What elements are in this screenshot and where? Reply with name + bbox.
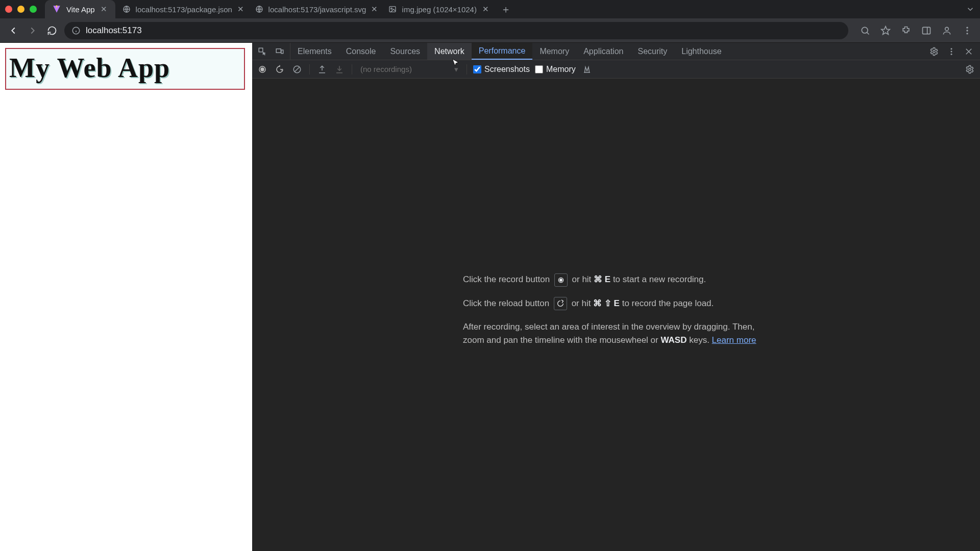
svg-point-14: [945, 27, 949, 31]
window-minimize-button[interactable]: [17, 6, 24, 13]
menu-icon[interactable]: [961, 24, 974, 37]
screenshots-checkbox[interactable]: Screenshots: [473, 65, 530, 74]
bookmark-icon[interactable]: [879, 24, 892, 37]
devtools-tab-console[interactable]: Console: [339, 43, 383, 60]
performance-body: Click the record button or hit ⌘ E to st…: [252, 79, 980, 551]
page-heading: My Web App: [9, 52, 241, 84]
svg-rect-4: [389, 7, 396, 12]
browser-tab[interactable]: img.jpeg (1024×1024) ✕: [381, 0, 497, 18]
device-toggle-icon[interactable]: [274, 45, 286, 58]
browser-tab[interactable]: localhost:5173/package.json ✕: [115, 0, 248, 18]
svg-point-15: [966, 27, 968, 28]
chevron-down-icon: ▾: [454, 65, 458, 74]
performance-toolbar: (no recordings) ▾ Screenshots Memory: [252, 60, 980, 79]
svg-point-33: [559, 279, 562, 281]
kebab-icon[interactable]: [945, 45, 958, 58]
clear-icon[interactable]: [291, 63, 303, 76]
devtools-tab-network[interactable]: Network: [427, 43, 472, 60]
svg-rect-12: [923, 27, 930, 34]
globe-icon: [255, 5, 263, 14]
download-icon[interactable]: [333, 63, 346, 76]
profile-icon[interactable]: [940, 24, 953, 37]
hint-key: ⌘ E: [594, 274, 610, 284]
window-close-button[interactable]: [5, 6, 12, 13]
memory-checkbox[interactable]: Memory: [535, 65, 576, 74]
new-tab-button[interactable]: ＋: [497, 0, 514, 18]
svg-rect-18: [259, 48, 263, 52]
side-panel-icon[interactable]: [920, 24, 933, 37]
devtools-tab-security[interactable]: Security: [630, 43, 674, 60]
content-area: My Web App ElementsConsoleSourcesNetwork…: [0, 43, 980, 551]
back-button[interactable]: [6, 23, 20, 38]
hint-key: WASD: [660, 335, 687, 345]
devtools-tab-sources[interactable]: Sources: [383, 43, 427, 60]
hint-text: Click the reload button: [463, 298, 552, 308]
extensions-icon[interactable]: [899, 24, 913, 37]
record-icon[interactable]: [256, 63, 268, 76]
devtools-tab-lighthouse[interactable]: Lighthouse: [674, 43, 728, 60]
vite-favicon-icon: [52, 5, 61, 14]
close-icon[interactable]: ✕: [371, 5, 378, 13]
close-icon[interactable]: ✕: [237, 5, 244, 13]
tab-title: img.jpeg (1024×1024): [402, 5, 477, 14]
globe-icon: [122, 5, 131, 14]
zoom-icon[interactable]: [859, 24, 872, 37]
chevron-down-icon[interactable]: [966, 5, 975, 14]
svg-point-22: [951, 48, 952, 49]
image-icon: [388, 5, 397, 14]
svg-point-21: [933, 50, 936, 53]
svg-line-10: [867, 32, 869, 34]
separator: [309, 64, 310, 74]
tab-title: localhost:5173/package.json: [136, 5, 232, 14]
devtools-tab-application[interactable]: Application: [576, 43, 630, 60]
separator: [352, 64, 352, 74]
svg-point-24: [951, 53, 952, 55]
site-info-icon[interactable]: [71, 26, 81, 35]
window-zoom-button[interactable]: [30, 6, 37, 13]
performance-hints: Click the record button or hit ⌘ E to st…: [463, 273, 769, 357]
tab-title: Vite App: [66, 5, 95, 14]
devtools-tab-bar: ElementsConsoleSourcesNetworkPerformance…: [252, 43, 980, 60]
page-heading-wrap: My Web App: [5, 48, 245, 90]
close-icon[interactable]: ✕: [100, 5, 108, 13]
devtools-tab-memory[interactable]: Memory: [532, 43, 576, 60]
close-devtools-icon[interactable]: [963, 45, 975, 58]
forward-button[interactable]: [26, 23, 40, 38]
panel-settings-icon[interactable]: [964, 63, 976, 76]
inspect-icon[interactable]: [256, 45, 268, 58]
page-viewport: My Web App: [0, 43, 252, 551]
tab-title: localhost:5173/javascript.svg: [268, 5, 366, 14]
screenshots-label: Screenshots: [484, 65, 530, 74]
recordings-select[interactable]: (no recordings) ▾: [358, 64, 460, 75]
svg-rect-19: [276, 48, 281, 53]
svg-marker-11: [881, 26, 890, 34]
garbage-collect-icon[interactable]: [581, 63, 593, 76]
titlebar: Vite App ✕ localhost:5173/package.json ✕…: [0, 0, 980, 18]
hint-text: Click the record button: [463, 274, 552, 284]
hint-text: or hit: [572, 274, 594, 284]
reload-record-icon[interactable]: [274, 63, 286, 76]
tab-strip: Vite App ✕ localhost:5173/package.json ✕…: [45, 0, 514, 18]
svg-point-9: [862, 27, 868, 33]
svg-rect-20: [281, 50, 283, 54]
browser-tab[interactable]: Vite App ✕: [45, 0, 115, 18]
upload-icon[interactable]: [316, 63, 328, 76]
svg-point-28: [261, 68, 264, 71]
memory-label: Memory: [546, 65, 576, 74]
devtools-tab-elements[interactable]: Elements: [290, 43, 339, 60]
hint-key: ⌘ ⇧ E: [593, 298, 620, 308]
learn-more-link[interactable]: Learn more: [712, 335, 756, 345]
hint-text: or hit: [572, 298, 594, 308]
reload-button[interactable]: [45, 23, 59, 38]
svg-point-17: [966, 33, 968, 34]
devtools-tab-performance[interactable]: Performance: [472, 43, 533, 60]
devtools-panel: ElementsConsoleSourcesNetworkPerformance…: [252, 43, 980, 551]
gear-icon[interactable]: [928, 45, 940, 58]
url-text: localhost:5173: [86, 26, 142, 36]
close-icon[interactable]: ✕: [482, 5, 490, 13]
address-bar[interactable]: localhost:5173: [64, 22, 848, 39]
window-controls: [5, 6, 37, 13]
browser-tab[interactable]: localhost:5173/javascript.svg ✕: [248, 0, 381, 18]
svg-point-16: [966, 30, 968, 31]
browser-toolbar: localhost:5173: [0, 18, 980, 43]
